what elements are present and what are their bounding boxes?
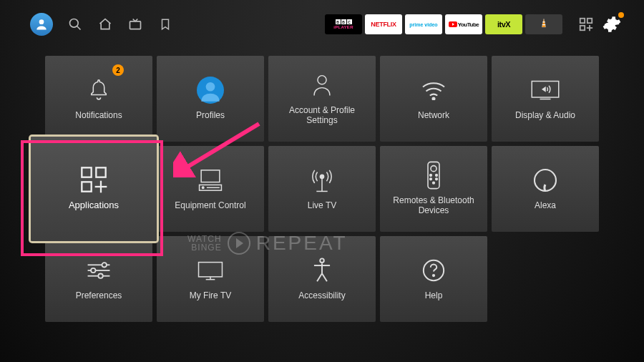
top-navigation-bar: BBC iPLAYER NETFLIX prime video YouTube … bbox=[0, 0, 644, 43]
bell-icon bbox=[87, 77, 110, 103]
app-vlc[interactable] bbox=[525, 14, 562, 34]
svg-point-24 bbox=[202, 187, 204, 189]
tile-profiles[interactable]: Profiles bbox=[157, 56, 264, 142]
notification-dot-icon bbox=[618, 12, 624, 18]
app-youtube[interactable]: YouTube bbox=[445, 14, 482, 34]
display-icon bbox=[531, 77, 560, 103]
tile-network[interactable]: Network bbox=[380, 56, 487, 142]
svg-point-12 bbox=[206, 82, 215, 92]
tile-alexa[interactable]: Alexa bbox=[492, 146, 599, 232]
svg-rect-19 bbox=[82, 182, 91, 192]
help-icon bbox=[421, 258, 446, 283]
svg-rect-5 bbox=[542, 24, 546, 25]
settings-button[interactable] bbox=[601, 14, 623, 35]
svg-rect-17 bbox=[82, 168, 91, 177]
tile-equipment-control[interactable]: Equipment Control bbox=[157, 146, 264, 232]
svg-point-31 bbox=[430, 174, 432, 176]
tile-display-audio[interactable]: Display & Audio bbox=[492, 56, 599, 142]
topbar-left-group bbox=[30, 13, 173, 36]
svg-rect-7 bbox=[587, 19, 592, 23]
svg-rect-18 bbox=[96, 168, 105, 177]
svg-point-52 bbox=[433, 275, 434, 276]
svg-rect-22 bbox=[201, 170, 220, 182]
svg-point-14 bbox=[433, 97, 435, 99]
svg-point-30 bbox=[431, 165, 436, 171]
tile-live-tv[interactable]: Live TV bbox=[268, 146, 376, 232]
tile-accessibility[interactable]: Accessibility bbox=[268, 236, 376, 322]
live-tv-icon[interactable] bbox=[127, 16, 143, 32]
svg-line-50 bbox=[322, 273, 327, 281]
profile-avatar-icon bbox=[197, 77, 224, 103]
svg-point-46 bbox=[320, 258, 324, 263]
app-shortcuts-row: BBC iPLAYER NETFLIX prime video YouTube … bbox=[325, 14, 562, 34]
tile-account-profile-settings[interactable]: Account & Profile Settings bbox=[268, 56, 376, 142]
search-icon[interactable] bbox=[67, 16, 83, 32]
profile-button[interactable] bbox=[30, 13, 53, 36]
svg-point-13 bbox=[318, 75, 326, 84]
svg-point-1 bbox=[70, 19, 79, 28]
svg-point-40 bbox=[91, 268, 95, 273]
svg-point-42 bbox=[98, 273, 102, 278]
svg-point-33 bbox=[430, 178, 432, 180]
tile-remotes-bluetooth[interactable]: Remotes & Bluetooth Devices bbox=[380, 146, 487, 232]
antenna-icon bbox=[311, 167, 333, 193]
svg-rect-8 bbox=[580, 26, 585, 30]
tile-my-fire-tv[interactable]: My Fire TV bbox=[157, 236, 264, 322]
svg-rect-3 bbox=[130, 21, 141, 29]
bookmark-icon[interactable] bbox=[157, 16, 173, 32]
svg-point-35 bbox=[433, 182, 435, 184]
svg-rect-6 bbox=[580, 19, 585, 23]
app-prime-video[interactable]: prime video bbox=[405, 14, 442, 34]
remote-icon bbox=[426, 162, 441, 188]
apps-icon bbox=[79, 167, 108, 192]
wifi-icon bbox=[421, 77, 447, 103]
app-netflix[interactable]: NETFLIX bbox=[365, 14, 402, 34]
notifications-badge: 2 bbox=[112, 64, 124, 76]
alexa-icon bbox=[532, 167, 558, 193]
tile-preferences[interactable]: Preferences bbox=[45, 236, 152, 322]
app-itvx[interactable]: itvX bbox=[485, 14, 522, 34]
equipment-icon bbox=[197, 167, 223, 193]
svg-point-26 bbox=[320, 175, 323, 178]
svg-rect-43 bbox=[199, 262, 223, 276]
svg-point-38 bbox=[102, 263, 107, 267]
svg-rect-4 bbox=[542, 21, 545, 22]
svg-point-0 bbox=[39, 19, 44, 24]
tv-icon bbox=[197, 258, 224, 283]
topbar-right-group bbox=[578, 14, 623, 35]
svg-point-32 bbox=[436, 174, 438, 176]
person-icon bbox=[311, 72, 333, 98]
svg-line-49 bbox=[317, 273, 322, 281]
home-icon[interactable] bbox=[97, 16, 113, 32]
apps-grid-icon[interactable] bbox=[578, 16, 594, 32]
settings-grid: 2 Notifications Profiles Account & Profi… bbox=[0, 43, 644, 322]
tile-notifications[interactable]: 2 Notifications bbox=[45, 56, 152, 142]
app-bbc-iplayer[interactable]: BBC iPLAYER bbox=[325, 14, 362, 34]
tile-help[interactable]: Help bbox=[380, 236, 487, 322]
tile-applications[interactable]: Applications bbox=[31, 137, 157, 241]
accessibility-icon bbox=[311, 258, 333, 283]
svg-point-34 bbox=[436, 178, 438, 180]
svg-line-2 bbox=[77, 26, 81, 30]
sliders-icon bbox=[86, 258, 112, 283]
